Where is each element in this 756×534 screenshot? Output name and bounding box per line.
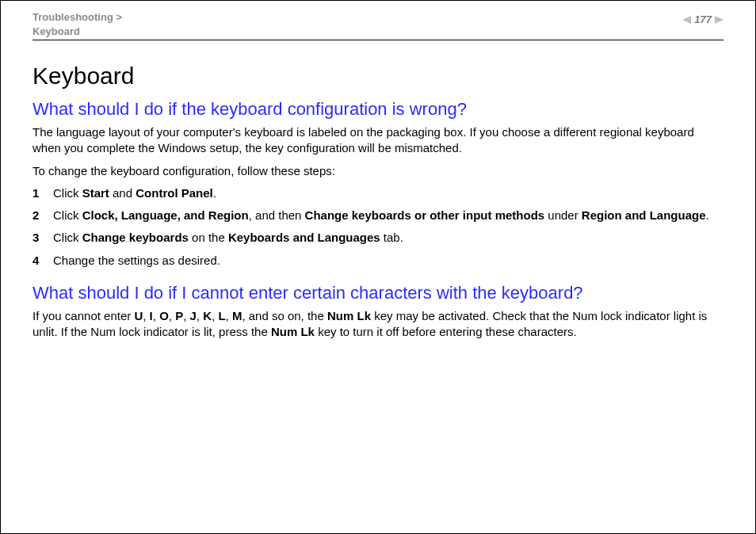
lead-paragraph: To change the keyboard configuration, fo… — [32, 163, 724, 179]
page-controls: 177 — [682, 7, 724, 25]
steps-list: Click Start and Control Panel. Click Clo… — [32, 185, 724, 269]
bold: Change keyboards — [82, 231, 189, 244]
bold: Change keyboards or other input methods — [305, 208, 545, 222]
text: Click — [53, 231, 82, 244]
section-2: What should I do if I cannot enter certa… — [32, 283, 724, 341]
text: , and so on, the — [242, 309, 327, 322]
text: on the — [189, 231, 228, 244]
bold: J — [190, 309, 197, 322]
question-heading-1: What should I do if the keyboard configu… — [32, 99, 724, 120]
bold: L — [218, 309, 225, 322]
text: Click — [53, 186, 82, 200]
step-4: Change the settings as desired. — [32, 253, 724, 269]
breadcrumb-parent: Troubleshooting — [32, 11, 113, 23]
bold: Num Lk — [327, 309, 371, 322]
bold: O — [159, 309, 169, 322]
bold: Control Panel — [136, 186, 213, 200]
step-2: Click Clock, Language, and Region, and t… — [32, 208, 724, 223]
breadcrumb: Troubleshooting > Keyboard — [32, 7, 122, 38]
bold: Region and Language — [582, 208, 706, 222]
bold: K — [203, 309, 212, 322]
text: key to turn it off before entering these… — [315, 325, 577, 338]
breadcrumb-sep: > — [116, 11, 122, 23]
prev-page-icon[interactable] — [682, 16, 691, 24]
text: and — [109, 186, 136, 200]
section-2-paragraph: If you cannot enter U, I, O, P, J, K, L,… — [32, 308, 724, 341]
bold: M — [232, 309, 242, 322]
next-page-icon[interactable] — [715, 16, 724, 24]
text: , — [197, 309, 203, 322]
top-bar: Troubleshooting > Keyboard 177 — [32, 7, 724, 40]
text: , — [143, 309, 149, 322]
intro-paragraph: The language layout of your computer's k… — [32, 124, 724, 157]
bold: U — [134, 309, 143, 322]
text: , — [183, 309, 189, 322]
step-3: Click Change keyboards on the Keyboards … — [32, 230, 724, 246]
question-heading-2: What should I do if I cannot enter certa… — [32, 283, 724, 303]
text: , — [169, 309, 175, 322]
text: Change the settings as desired. — [53, 254, 220, 267]
bold: Keyboards and Languages — [228, 231, 380, 244]
text: , — [153, 309, 159, 322]
breadcrumb-current: Keyboard — [32, 25, 80, 37]
text: If you cannot enter — [32, 309, 134, 322]
text: . — [213, 186, 216, 200]
text: , and then — [249, 208, 305, 222]
text: , — [226, 309, 232, 322]
bold: P — [175, 309, 183, 322]
step-1: Click Start and Control Panel. — [32, 185, 724, 201]
text: under — [544, 208, 582, 222]
bold: Start — [82, 186, 109, 200]
document-page: Troubleshooting > Keyboard 177 Keyboard … — [0, 0, 756, 534]
bold: Num Lk — [271, 325, 315, 338]
page-number: 177 — [694, 13, 712, 25]
bold: Clock, Language, and Region — [82, 208, 249, 222]
text: tab. — [380, 231, 403, 244]
text: . — [706, 208, 709, 222]
page-title: Keyboard — [32, 63, 724, 90]
text: Click — [53, 208, 82, 222]
